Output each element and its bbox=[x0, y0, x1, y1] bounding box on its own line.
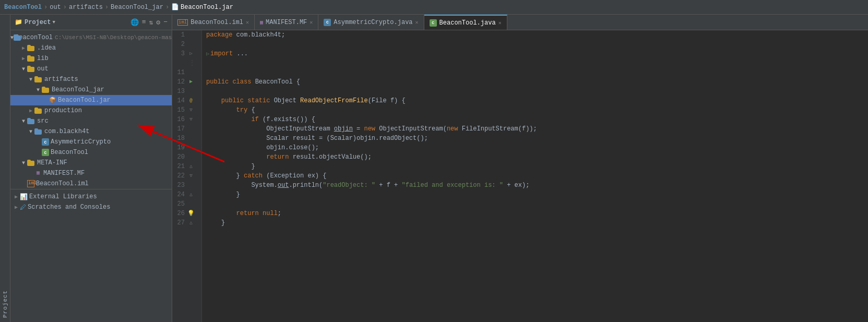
tree-item-beacontool-iml[interactable]: ▶ iml BeaconTool.iml bbox=[10, 178, 172, 189]
tree-label-manifest: MANIFEST.MF bbox=[43, 170, 85, 177]
code-line-22: } catch (Exception ex) { bbox=[206, 171, 868, 181]
breadcrumb-sep1: › bbox=[44, 4, 47, 11]
tab-asymmetric[interactable]: C AsymmetricCrypto.java ✕ bbox=[318, 15, 424, 30]
folder-icon-production bbox=[34, 108, 43, 114]
scratches-icon: 🖊 bbox=[20, 204, 26, 211]
scope-icon[interactable]: 🌐 bbox=[130, 18, 139, 27]
tree-item-asymmetric[interactable]: ▶ C AsymmetricCrypto bbox=[10, 137, 172, 147]
code-line-23: System.out.println("readObject: " + f + … bbox=[206, 181, 868, 190]
jar-file-icon: 📦 bbox=[49, 97, 56, 104]
tree-item-beacon-jar-folder[interactable]: ▼ BeaconTool_jar bbox=[10, 85, 172, 95]
tree-arrow-out[interactable]: ▼ bbox=[20, 66, 27, 72]
code-line-21: } bbox=[206, 162, 868, 171]
tree-arrow-lib[interactable]: ▶ bbox=[20, 55, 27, 62]
folder-icon-meta-inf bbox=[27, 160, 35, 166]
tree-label-beacontool-class: BeaconTool bbox=[51, 149, 88, 156]
tree-item-beacontool-class[interactable]: ▶ C BeaconTool bbox=[10, 147, 172, 158]
code-line-24: } bbox=[206, 190, 868, 199]
tree-item-scratches[interactable]: ▶ 🖊 Scratches and Consoles bbox=[10, 202, 172, 212]
folder-icon-out bbox=[27, 66, 35, 72]
tab-beacontool-iml[interactable]: iml BeaconTool.iml ✕ bbox=[172, 15, 255, 30]
tab-manifest[interactable]: ▦ MANIFEST.MF ✕ bbox=[255, 15, 318, 30]
breadcrumb-beacon-jar-folder[interactable]: BeaconTool_jar bbox=[111, 4, 163, 11]
tree-label-beacontool-jar: BeaconTool.jar bbox=[58, 97, 111, 104]
code-line-13 bbox=[206, 87, 868, 96]
manifest-icon: ▦ bbox=[34, 170, 42, 177]
tree-item-src[interactable]: ▼ src bbox=[10, 116, 172, 126]
tree-label-scratches: Scratches and Consoles bbox=[28, 204, 110, 211]
folder-icon-com-blackh4t bbox=[34, 128, 43, 135]
tab-label-beacontool-java: BeaconTool.java bbox=[439, 19, 496, 27]
code-line-19: objin.close(); bbox=[206, 143, 868, 152]
code-line-12: public class BeaconTool { bbox=[206, 77, 868, 87]
tab-label-iml: BeaconTool.iml bbox=[191, 19, 243, 26]
settings-icon[interactable]: ≡ bbox=[142, 18, 146, 26]
tree-item-com-blackh4t[interactable]: ▼ com.blackh4t bbox=[10, 126, 172, 137]
tree-label-beacon-jar-folder: BeaconTool_jar bbox=[52, 86, 104, 93]
tab-bar: iml BeaconTool.iml ✕ ▦ MANIFEST.MF ✕ C A… bbox=[172, 15, 868, 30]
tree-arrow-external-libs[interactable]: ▶ bbox=[13, 194, 20, 200]
tree-arrow-scratches[interactable]: ▶ bbox=[13, 204, 20, 210]
code-line-17: ObjectInputStream objin = new ObjectInpu… bbox=[206, 124, 868, 134]
code-line-18: Scalar result = (Scalar)objin.readObject… bbox=[206, 134, 868, 143]
tree-label-beacontool-iml: BeaconTool.iml bbox=[36, 180, 89, 187]
sort-icon[interactable]: ⇅ bbox=[149, 18, 153, 27]
breadcrumb-artifacts[interactable]: artifacts bbox=[69, 4, 103, 11]
tab-beacontool-java[interactable]: C BeaconTool.java ✕ bbox=[424, 15, 507, 30]
java-icon-beacontool: C bbox=[42, 149, 49, 156]
folder-icon-src bbox=[27, 118, 35, 124]
panel-header: 📁 Project ▼ 🌐 ≡ ⇅ ⚙ − bbox=[10, 15, 172, 30]
tree-item-meta-inf[interactable]: ▼ META-INF bbox=[10, 158, 172, 168]
minimize-icon[interactable]: − bbox=[163, 18, 168, 26]
tree-label-lib: lib bbox=[37, 55, 49, 62]
tree-arrow-src[interactable]: ▼ bbox=[20, 118, 27, 124]
code-content[interactable]: package com.blackh4t; ▷import ... public… bbox=[202, 30, 868, 322]
tree-label-meta-inf: META-INF bbox=[37, 159, 67, 166]
tree-item-lib[interactable]: ▶ lib bbox=[10, 53, 172, 64]
panel-title: Project ▼ bbox=[25, 19, 55, 26]
panel-dropdown-arrow[interactable]: ▼ bbox=[52, 20, 55, 25]
tree-item-external-libs[interactable]: ▶ 📊 External Libraries bbox=[10, 192, 172, 202]
breadcrumb-out[interactable]: out bbox=[50, 4, 61, 11]
project-sidebar-strip[interactable]: Project bbox=[0, 15, 10, 322]
gear-icon[interactable]: ⚙ bbox=[156, 18, 160, 27]
breadcrumb-sep2: › bbox=[63, 4, 67, 11]
tree-label-production: production bbox=[44, 107, 82, 114]
tree-label-external-libs: External Libraries bbox=[29, 193, 97, 200]
tree-item-artifacts[interactable]: ▼ artifacts bbox=[10, 74, 172, 85]
java-icon-asymmetric: C bbox=[42, 138, 49, 146]
tab-close-beacontool-java[interactable]: ✕ bbox=[498, 20, 502, 26]
breadcrumb-jar-icon: 📄 bbox=[171, 3, 179, 11]
tree-item-production[interactable]: ▶ production bbox=[10, 105, 172, 116]
code-line-11 bbox=[206, 68, 868, 77]
code-line-25 bbox=[206, 199, 868, 209]
tree-arrow-meta-inf[interactable]: ▼ bbox=[20, 160, 27, 166]
tree-item-idea[interactable]: ▶ .idea bbox=[10, 43, 172, 53]
breadcrumb-sep3: › bbox=[105, 4, 109, 11]
code-line-26: return null; bbox=[206, 209, 868, 218]
breadcrumb-project[interactable]: BeaconTool bbox=[4, 4, 42, 11]
tree-arrow-beacon-jar-folder[interactable]: ▼ bbox=[34, 87, 42, 93]
tab-label-manifest: MANIFEST.MF bbox=[266, 19, 307, 26]
tree-item-root[interactable]: ▼ BeaconTool C:\Users\MSI-NB\Desktop\gea… bbox=[10, 32, 172, 43]
tab-icon-iml: iml bbox=[177, 19, 188, 26]
breadcrumb-active-file[interactable]: BeaconTool.jar bbox=[181, 4, 233, 11]
code-line-15: try { bbox=[206, 105, 868, 115]
tab-icon-manifest: ▦ bbox=[260, 19, 263, 26]
code-editor[interactable]: 1 2 3▷ ⋮ 11 12▶ 13 14@ 15▽ 16▽ 17 18 19 … bbox=[172, 30, 868, 322]
tree-item-out[interactable]: ▼ out bbox=[10, 64, 172, 74]
tree-item-manifest[interactable]: ▶ ▦ MANIFEST.MF bbox=[10, 168, 172, 178]
code-line-1: package com.blackh4t; bbox=[206, 30, 868, 40]
tree-arrow-com-blackh4t[interactable]: ▼ bbox=[27, 129, 34, 135]
tab-close-asymmetric[interactable]: ✕ bbox=[415, 19, 419, 26]
code-line-27: } bbox=[206, 218, 868, 228]
tab-close-iml[interactable]: ✕ bbox=[246, 19, 249, 26]
code-line-2 bbox=[206, 40, 868, 49]
tree-container[interactable]: ▼ BeaconTool C:\Users\MSI-NB\Desktop\gea… bbox=[10, 30, 172, 322]
tree-arrow-idea[interactable]: ▶ bbox=[20, 45, 27, 51]
tree-label-com-blackh4t: com.blackh4t bbox=[44, 128, 89, 135]
tree-arrow-production[interactable]: ▶ bbox=[27, 108, 34, 114]
tree-arrow-artifacts[interactable]: ▼ bbox=[27, 77, 34, 82]
tab-close-manifest[interactable]: ✕ bbox=[310, 19, 313, 26]
tree-item-beacontool-jar[interactable]: ▶ 📦 BeaconTool.jar bbox=[10, 95, 172, 105]
